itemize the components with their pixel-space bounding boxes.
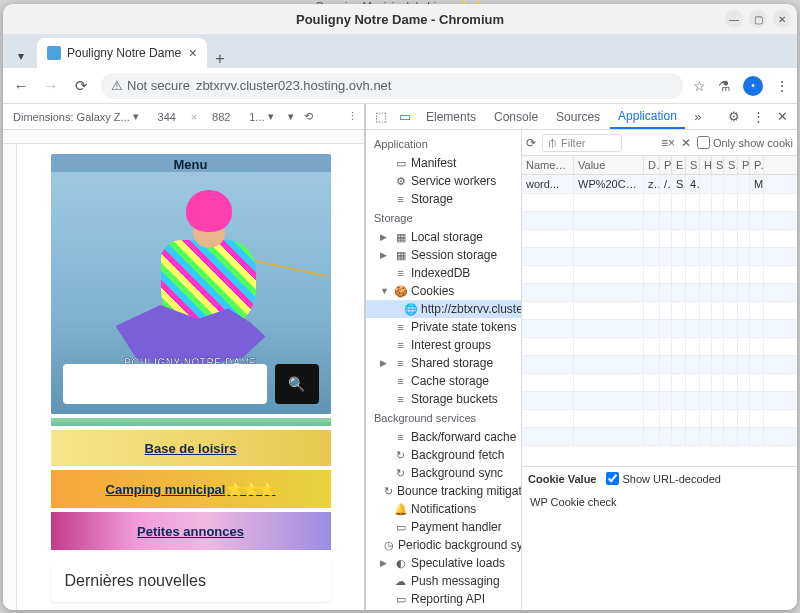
tree-periodic-sync[interactable]: ◷Periodic background sync xyxy=(366,536,521,554)
chevron-down-icon: ▾ xyxy=(133,110,139,123)
tree-section-application: Application xyxy=(366,134,521,154)
col-size[interactable]: S. xyxy=(686,156,700,174)
filter-input[interactable]: ⫛Filter xyxy=(542,134,622,152)
rendered-page-area: Dimensions: Galaxy Z... ▾ 344 × 882 1...… xyxy=(3,104,365,610)
col-value[interactable]: Value xyxy=(574,156,644,174)
tree-notifications[interactable]: 🔔Notifications xyxy=(366,500,521,518)
search-tabs-button[interactable]: ▾ xyxy=(9,44,33,68)
tree-private-state-tokens[interactable]: ≡Private state tokens xyxy=(366,318,521,336)
tree-payment[interactable]: ▭Payment handler xyxy=(366,518,521,536)
tree-push[interactable]: ☁Push messaging xyxy=(366,572,521,590)
tree-storage-buckets[interactable]: ≡Storage buckets xyxy=(366,390,521,408)
clear-all-button[interactable]: ≡× xyxy=(661,136,675,150)
tree-service-workers[interactable]: ⚙Service workers xyxy=(366,172,521,190)
tree-reporting[interactable]: ▭Reporting API xyxy=(366,590,521,608)
refresh-button[interactable]: ⟳ xyxy=(526,136,536,150)
tab-console[interactable]: Console xyxy=(486,104,546,129)
tree-interest-groups[interactable]: ≡Interest groups xyxy=(366,336,521,354)
close-window-button[interactable]: ✕ xyxy=(773,10,791,28)
devtools-menu-button[interactable]: ⋮ xyxy=(747,109,769,124)
viewport-width[interactable]: 344 xyxy=(149,111,185,123)
col-secure[interactable]: S. xyxy=(712,156,724,174)
tab-close-button[interactable]: × xyxy=(189,45,197,61)
link-base-de-loisirs[interactable]: Base de loisirs xyxy=(51,430,331,466)
ruler-vertical xyxy=(3,144,17,610)
maximize-button[interactable]: ▢ xyxy=(749,10,767,28)
col-path[interactable]: P. xyxy=(660,156,672,174)
inspect-icon[interactable]: ⬚ xyxy=(370,109,392,124)
devtools-panel: ⬚ ▭ Elements Console Sources Application… xyxy=(365,104,797,610)
security-status[interactable]: ⚠ Not secure xyxy=(111,78,190,93)
tree-section-background: Background services xyxy=(366,408,521,428)
new-tab-button[interactable]: + xyxy=(207,50,233,68)
tree-btm[interactable]: ↻Bounce tracking mitigatic xyxy=(366,482,521,500)
chromium-window: Pouligny Notre Dame - Chromium ― ▢ ✕ ▾ P… xyxy=(3,4,797,610)
bookmark-star-icon[interactable]: ☆ xyxy=(693,78,706,94)
tree-session-storage[interactable]: ▶▦Session storage xyxy=(366,246,521,264)
device-mode-icon[interactable]: ▭ xyxy=(394,109,416,124)
col-priority[interactable]: P. xyxy=(750,156,764,174)
browser-menu-button[interactable]: ⋮ xyxy=(775,78,789,94)
tree-cookies[interactable]: ▼🍪Cookies xyxy=(366,282,521,300)
tree-manifest[interactable]: ▭Manifest xyxy=(366,154,521,172)
search-input[interactable] xyxy=(63,364,267,404)
browser-tab[interactable]: Pouligny Notre Dame × xyxy=(37,38,207,68)
tree-speculative[interactable]: ▶◐Speculative loads xyxy=(366,554,521,572)
col-name[interactable]: Name ▲ xyxy=(522,156,574,174)
cookie-row[interactable]: word... WP%20Cooki... z.. / S.. 4.. xyxy=(522,175,797,194)
col-samesite[interactable]: S. xyxy=(724,156,738,174)
tabstrip: ▾ Pouligny Notre Dame × + xyxy=(3,34,797,68)
titlebar: Pouligny Notre Dame - Chromium ― ▢ ✕ xyxy=(3,4,797,34)
delete-button[interactable]: ✕ xyxy=(681,136,691,150)
minimize-button[interactable]: ― xyxy=(725,10,743,28)
database-icon: ≡ xyxy=(394,193,407,205)
only-blocked-checkbox[interactable]: Only show cooki xyxy=(697,136,793,149)
globe-icon: 🌐 xyxy=(404,303,417,316)
col-httponly[interactable]: H. xyxy=(700,156,712,174)
tree-shared-storage[interactable]: ▶≡Shared storage xyxy=(366,354,521,372)
database-icon: ≡ xyxy=(394,339,407,351)
address-bar[interactable]: ⚠ Not secure zbtxrvv.cluster023.hosting.… xyxy=(101,73,683,99)
cookie-value-bar: Cookie Value Show URL-decoded xyxy=(522,466,797,490)
table-icon: ▦ xyxy=(394,249,407,262)
database-icon: ≡ xyxy=(394,431,407,443)
link-camping-municipal[interactable]: Camping municipal ⭐⭐⭐ xyxy=(51,470,331,508)
tree-bfc[interactable]: ≡Back/forward cache xyxy=(366,428,521,446)
tree-storage[interactable]: ≡Storage xyxy=(366,190,521,208)
device-toolbar-menu[interactable]: ⋮ xyxy=(347,110,358,123)
profile-avatar[interactable]: • xyxy=(743,76,763,96)
search-button[interactable]: 🔍 xyxy=(275,364,319,404)
device-select[interactable]: Dimensions: Galaxy Z... ▾ xyxy=(9,109,143,124)
tree-local-storage[interactable]: ▶▦Local storage xyxy=(366,228,521,246)
url-decoded-checkbox[interactable]: Show URL-decoded xyxy=(606,472,720,485)
site-logo: POULIGNY-NOTRE-DAME xyxy=(116,298,266,368)
tab-elements[interactable]: Elements xyxy=(418,104,484,129)
tree-indexeddb[interactable]: ≡IndexedDB xyxy=(366,264,521,282)
cookies-pane: ⟳ ⫛Filter ≡× ✕ Only show cooki Name ▲ Va… xyxy=(522,130,797,610)
reload-button[interactable]: ⟳ xyxy=(71,77,91,95)
tree-cache-storage[interactable]: ≡Cache storage xyxy=(366,372,521,390)
link-petites-annonces[interactable]: Petites annonces xyxy=(51,512,331,550)
labs-icon[interactable]: ⚗ xyxy=(718,78,731,94)
viewport-height[interactable]: 882 xyxy=(203,111,239,123)
zoom-select[interactable]: 1... ▾ xyxy=(245,109,277,124)
back-button[interactable]: ← xyxy=(11,77,31,94)
tab-application[interactable]: Application xyxy=(610,104,685,129)
col-domain[interactable]: D. xyxy=(644,156,660,174)
url-text: zbtxrvv.cluster023.hosting.ovh.net xyxy=(196,78,392,93)
gear-icon: ⚙ xyxy=(394,175,407,188)
tree-bg-fetch[interactable]: ↻Background fetch xyxy=(366,446,521,464)
throttle-select[interactable]: ▾ xyxy=(284,109,298,124)
devtools-close-button[interactable]: ✕ xyxy=(771,109,793,124)
settings-gear-icon[interactable]: ⚙ xyxy=(723,109,745,124)
sync-icon: ↻ xyxy=(394,467,407,480)
tree-cookies-origin[interactable]: 🌐http://zbtxrvv.cluster02 xyxy=(366,300,521,318)
tab-sources[interactable]: Sources xyxy=(548,104,608,129)
search-bar: 🔍 xyxy=(63,364,319,404)
forward-button[interactable]: → xyxy=(41,77,61,94)
col-expires[interactable]: E. xyxy=(672,156,686,174)
more-tabs-button[interactable]: » xyxy=(687,109,709,124)
tree-bg-sync[interactable]: ↻Background sync xyxy=(366,464,521,482)
col-partition[interactable]: P. xyxy=(738,156,750,174)
rotate-icon[interactable]: ⟲ xyxy=(304,110,313,123)
